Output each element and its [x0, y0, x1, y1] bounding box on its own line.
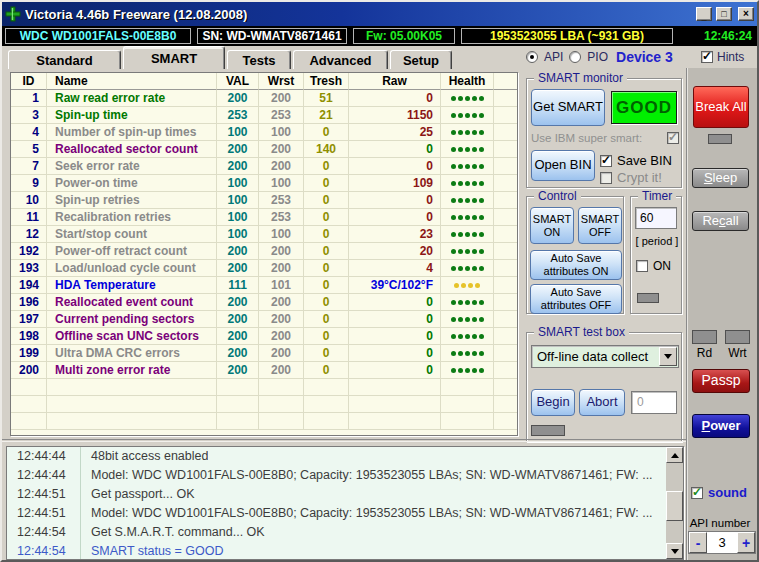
save-bin-checkbox[interactable]: [600, 155, 612, 167]
test-select-dropdown[interactable]: Off-line data collect: [531, 345, 679, 368]
cell-wrst: 200: [259, 294, 304, 311]
cell-wrst: 253: [259, 192, 304, 209]
cell-raw: 39°C/102°F: [349, 277, 441, 294]
health-dot: [458, 113, 463, 118]
cell-tresh: 0: [304, 260, 349, 277]
scroll-down-button[interactable]: [666, 543, 683, 559]
cell-tresh: 0: [304, 243, 349, 260]
scroll-up-button[interactable]: [666, 447, 683, 463]
header-val[interactable]: VAL: [217, 73, 259, 90]
api-number-decrement-button[interactable]: -: [689, 532, 707, 553]
header-name[interactable]: Name: [47, 73, 217, 90]
cell-raw: 23: [349, 226, 441, 243]
hints-checkbox[interactable]: [701, 51, 713, 63]
pio-radio[interactable]: [569, 51, 581, 63]
begin-button[interactable]: Begin: [531, 389, 575, 416]
cell-health: [441, 192, 494, 209]
table-row[interactable]: 194HDA Temperature111101039°C/102°F: [11, 277, 517, 294]
cell-name: HDA Temperature: [47, 277, 217, 294]
header-wrst[interactable]: Wrst: [259, 73, 304, 90]
minimize-button[interactable]: _: [696, 7, 712, 21]
cell-tresh: 0: [304, 294, 349, 311]
title-bar[interactable]: Victoria 4.46b Freeware (12.08.2008) _ □…: [2, 2, 757, 26]
cell-name: Power-off retract count: [47, 243, 217, 260]
hints-label: Hints: [717, 50, 744, 64]
table-row[interactable]: 192Power-off retract count200200020: [11, 243, 517, 260]
cell-tresh: 0: [304, 311, 349, 328]
timer-on-checkbox[interactable]: [636, 260, 648, 272]
header-tresh[interactable]: Tresh: [304, 73, 349, 90]
cell-filler: [494, 294, 517, 311]
health-dot: [479, 215, 484, 220]
table-row[interactable]: 199Ultra DMA CRC errors20020000: [11, 345, 517, 362]
sleep-button[interactable]: Sleep: [692, 168, 749, 188]
drive-model: WDC WD1001FALS-00E8B0: [5, 28, 191, 44]
log-text: Model: WDC WD1001FALS-00E8B0; Capacity: …: [81, 466, 653, 485]
device-label: Device 3: [616, 49, 673, 65]
abort-button[interactable]: Abort: [579, 389, 625, 416]
api-radio[interactable]: [526, 51, 538, 63]
autosave-on-button[interactable]: Auto Save attributes ON: [530, 250, 622, 280]
header-id[interactable]: ID: [11, 73, 47, 90]
health-dot: [472, 266, 477, 271]
recall-button[interactable]: Recall: [692, 211, 749, 231]
autosave-off-button[interactable]: Auto Save attributes OFF: [530, 284, 622, 314]
passp-button[interactable]: Passp: [692, 369, 750, 393]
scrollbar-thumb[interactable]: [666, 491, 683, 521]
tab-advanced[interactable]: Advanced: [293, 50, 388, 69]
cell-filler: [494, 209, 517, 226]
table-row[interactable]: 12Start/stop count100100023: [11, 226, 517, 243]
timer-period-input[interactable]: 60: [635, 207, 677, 229]
table-row[interactable]: 196Reallocated event count20020000: [11, 294, 517, 311]
cell-wrst: 200: [259, 141, 304, 158]
tab-standard[interactable]: Standard: [8, 50, 121, 69]
header-raw[interactable]: Raw: [349, 73, 441, 90]
maximize-button[interactable]: □: [716, 7, 732, 21]
close-button[interactable]: ×: [738, 7, 754, 21]
tab-setup[interactable]: Setup: [390, 50, 452, 69]
log-entry: 12:44:51Get passport... OK: [7, 485, 683, 504]
dropdown-button[interactable]: [659, 347, 677, 366]
table-row[interactable]: 197Current pending sectors20020000: [11, 311, 517, 328]
table-row[interactable]: 11Recalibration retries10025300: [11, 209, 517, 226]
drive-firmware: Fw: 05.00K05: [353, 28, 455, 44]
health-dot: [472, 368, 477, 373]
test-counter-input[interactable]: 0: [631, 391, 677, 414]
sound-checkbox[interactable]: [691, 487, 703, 499]
open-bin-button[interactable]: Open BIN: [531, 150, 595, 181]
cell-empty: [349, 379, 441, 396]
tab-tests[interactable]: Tests: [227, 50, 291, 69]
table-row[interactable]: 3Spin-up time253253211150: [11, 107, 517, 124]
cell-empty: [217, 396, 259, 413]
health-dot: [472, 232, 477, 237]
table-row[interactable]: 4Number of spin-up times100100025: [11, 124, 517, 141]
cell-empty: [47, 379, 217, 396]
health-dot: [472, 164, 477, 169]
tab-smart[interactable]: SMART: [123, 46, 225, 69]
table-row[interactable]: 193Load/unload cycle count20020004: [11, 260, 517, 277]
table-row[interactable]: 200Multi zone error rate20020000: [11, 362, 517, 379]
health-dot: [458, 300, 463, 305]
table-row[interactable]: 198Offline scan UNC sectors20020000: [11, 328, 517, 345]
cell-id: 12: [11, 226, 47, 243]
get-smart-button[interactable]: Get SMART: [531, 89, 605, 126]
cell-tresh: 0: [304, 226, 349, 243]
log-scrollbar[interactable]: [666, 447, 683, 559]
smart-on-button[interactable]: SMART ON: [530, 207, 574, 244]
cell-tresh: 0: [304, 328, 349, 345]
health-dot: [468, 283, 473, 288]
smart-off-button[interactable]: SMART OFF: [578, 207, 622, 244]
table-row[interactable]: 9Power-on time1001000109: [11, 175, 517, 192]
log-entry: 12:44:44Model: WDC WD1001FALS-00E8B0; Ca…: [7, 466, 683, 485]
break-all-button[interactable]: Break All: [693, 86, 749, 128]
table-row[interactable]: 7Seek error rate20020000: [11, 158, 517, 175]
header-health[interactable]: Health: [441, 73, 494, 90]
cell-name: Offline scan UNC sectors: [47, 328, 217, 345]
table-row[interactable]: 10Spin-up retries10025300: [11, 192, 517, 209]
table-row[interactable]: 5Reallocated sector count2002001400: [11, 141, 517, 158]
cell-raw: 0: [349, 328, 441, 345]
api-number-increment-button[interactable]: +: [737, 532, 755, 553]
power-button[interactable]: Power: [692, 414, 750, 438]
table-row[interactable]: 1Raw read error rate200200510: [11, 90, 517, 107]
health-dot: [458, 317, 463, 322]
